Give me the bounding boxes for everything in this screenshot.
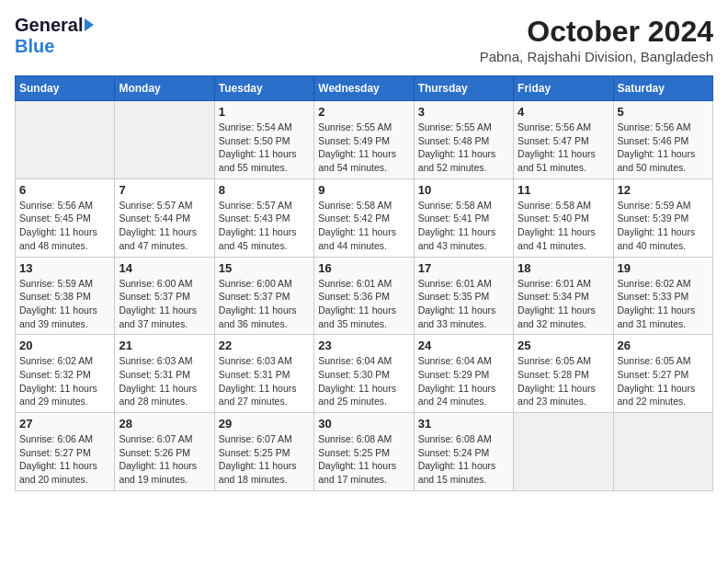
day-number: 9 (318, 183, 409, 197)
calendar-cell: 18Sunrise: 6:01 AMSunset: 5:34 PMDayligh… (514, 257, 613, 335)
day-number: 12 (618, 183, 709, 197)
calendar-cell: 20Sunrise: 6:02 AMSunset: 5:32 PMDayligh… (16, 335, 115, 413)
day-number: 28 (119, 417, 210, 431)
calendar-table: SundayMondayTuesdayWednesdayThursdayFrid… (15, 75, 713, 491)
day-info: Sunrise: 6:05 AMSunset: 5:27 PMDaylight:… (618, 354, 709, 408)
day-number: 27 (19, 417, 110, 431)
day-number: 6 (19, 183, 110, 197)
day-info: Sunrise: 5:55 AMSunset: 5:49 PMDaylight:… (318, 121, 409, 175)
calendar-cell (115, 101, 214, 179)
day-number: 14 (119, 261, 210, 275)
day-number: 17 (418, 261, 509, 275)
day-number: 11 (518, 183, 609, 197)
calendar-week-row: 1Sunrise: 5:54 AMSunset: 5:50 PMDaylight… (16, 101, 713, 179)
day-number: 18 (518, 261, 609, 275)
day-number: 19 (618, 261, 709, 275)
day-number: 26 (618, 339, 709, 352)
day-info: Sunrise: 6:05 AMSunset: 5:28 PMDaylight:… (518, 354, 609, 408)
day-info: Sunrise: 5:55 AMSunset: 5:48 PMDaylight:… (418, 121, 509, 175)
calendar-cell: 1Sunrise: 5:54 AMSunset: 5:50 PMDaylight… (214, 101, 313, 179)
day-info: Sunrise: 6:07 AMSunset: 5:25 PMDaylight:… (219, 432, 310, 487)
calendar-cell (16, 101, 115, 179)
calendar-cell: 8Sunrise: 5:57 AMSunset: 5:43 PMDaylight… (214, 178, 313, 257)
calendar-week-row: 27Sunrise: 6:06 AMSunset: 5:27 PMDayligh… (16, 413, 713, 491)
calendar-header-saturday: Saturday (613, 76, 712, 101)
day-info: Sunrise: 6:04 AMSunset: 5:30 PMDaylight:… (318, 354, 409, 408)
day-info: Sunrise: 5:58 AMSunset: 5:40 PMDaylight:… (518, 199, 609, 253)
calendar-cell: 4Sunrise: 5:56 AMSunset: 5:47 PMDaylight… (514, 101, 613, 179)
calendar-cell (514, 413, 613, 491)
calendar-cell: 19Sunrise: 6:02 AMSunset: 5:33 PMDayligh… (613, 257, 712, 335)
day-number: 31 (418, 417, 509, 431)
calendar-cell: 15Sunrise: 6:00 AMSunset: 5:37 PMDayligh… (214, 257, 313, 335)
calendar-cell: 31Sunrise: 6:08 AMSunset: 5:24 PMDayligh… (414, 413, 513, 491)
day-info: Sunrise: 5:57 AMSunset: 5:43 PMDaylight:… (219, 199, 310, 253)
calendar-header-monday: Monday (115, 76, 214, 101)
calendar-cell: 9Sunrise: 5:58 AMSunset: 5:42 PMDaylight… (314, 178, 414, 257)
day-info: Sunrise: 6:03 AMSunset: 5:31 PMDaylight:… (119, 354, 210, 408)
calendar-header-wednesday: Wednesday (314, 76, 414, 101)
day-info: Sunrise: 6:01 AMSunset: 5:35 PMDaylight:… (418, 277, 509, 331)
day-number: 20 (19, 339, 110, 352)
logo-triangle-icon (85, 18, 94, 31)
calendar-header-thursday: Thursday (414, 76, 513, 101)
day-number: 25 (518, 339, 609, 352)
calendar-cell: 24Sunrise: 6:04 AMSunset: 5:29 PMDayligh… (414, 335, 513, 413)
title-block: October 2024 Pabna, Rajshahi Division, B… (480, 15, 713, 64)
day-info: Sunrise: 6:02 AMSunset: 5:32 PMDaylight:… (19, 354, 110, 408)
logo-general: General (15, 15, 83, 36)
day-info: Sunrise: 6:01 AMSunset: 5:36 PMDaylight:… (318, 277, 409, 331)
calendar-cell: 28Sunrise: 6:07 AMSunset: 5:26 PMDayligh… (115, 413, 214, 491)
calendar-cell: 22Sunrise: 6:03 AMSunset: 5:31 PMDayligh… (214, 335, 313, 413)
day-info: Sunrise: 6:06 AMSunset: 5:27 PMDaylight:… (19, 432, 110, 487)
day-info: Sunrise: 6:03 AMSunset: 5:31 PMDaylight:… (219, 354, 310, 408)
day-info: Sunrise: 6:00 AMSunset: 5:37 PMDaylight:… (219, 277, 310, 331)
day-number: 29 (219, 417, 310, 431)
calendar-cell (613, 413, 712, 491)
day-number: 7 (119, 183, 210, 197)
day-number: 5 (618, 105, 709, 119)
day-info: Sunrise: 5:56 AMSunset: 5:45 PMDaylight:… (19, 199, 110, 253)
location-title: Pabna, Rajshahi Division, Bangladesh (480, 49, 713, 64)
day-number: 13 (19, 261, 110, 275)
day-info: Sunrise: 5:57 AMSunset: 5:44 PMDaylight:… (119, 199, 210, 253)
day-info: Sunrise: 6:00 AMSunset: 5:37 PMDaylight:… (119, 277, 210, 331)
calendar-cell: 25Sunrise: 6:05 AMSunset: 5:28 PMDayligh… (514, 335, 613, 413)
day-number: 4 (518, 105, 609, 119)
day-number: 22 (219, 339, 310, 352)
page-header: General Blue October 2024 Pabna, Rajshah… (15, 15, 713, 64)
day-info: Sunrise: 5:58 AMSunset: 5:41 PMDaylight:… (418, 199, 509, 253)
day-info: Sunrise: 6:02 AMSunset: 5:33 PMDaylight:… (618, 277, 709, 331)
day-info: Sunrise: 5:56 AMSunset: 5:47 PMDaylight:… (518, 121, 609, 175)
day-number: 16 (318, 261, 409, 275)
calendar-cell: 2Sunrise: 5:55 AMSunset: 5:49 PMDaylight… (314, 101, 414, 179)
day-number: 10 (418, 183, 509, 197)
calendar-cell: 17Sunrise: 6:01 AMSunset: 5:35 PMDayligh… (414, 257, 513, 335)
calendar-week-row: 20Sunrise: 6:02 AMSunset: 5:32 PMDayligh… (16, 335, 713, 413)
calendar-cell: 7Sunrise: 5:57 AMSunset: 5:44 PMDaylight… (115, 178, 214, 257)
day-info: Sunrise: 5:56 AMSunset: 5:46 PMDaylight:… (618, 121, 709, 175)
day-info: Sunrise: 5:59 AMSunset: 5:39 PMDaylight:… (618, 199, 709, 253)
calendar-cell: 30Sunrise: 6:08 AMSunset: 5:25 PMDayligh… (314, 413, 414, 491)
day-number: 8 (219, 183, 310, 197)
month-title: October 2024 (480, 15, 713, 49)
calendar-cell: 13Sunrise: 5:59 AMSunset: 5:38 PMDayligh… (16, 257, 115, 335)
calendar-cell: 27Sunrise: 6:06 AMSunset: 5:27 PMDayligh… (16, 413, 115, 491)
logo-blue: Blue (15, 36, 54, 57)
day-number: 1 (219, 105, 310, 119)
logo: General Blue (15, 15, 94, 57)
calendar-week-row: 6Sunrise: 5:56 AMSunset: 5:45 PMDaylight… (16, 178, 713, 257)
day-info: Sunrise: 6:08 AMSunset: 5:25 PMDaylight:… (318, 432, 409, 487)
calendar-cell: 3Sunrise: 5:55 AMSunset: 5:48 PMDaylight… (414, 101, 513, 179)
day-info: Sunrise: 5:59 AMSunset: 5:38 PMDaylight:… (19, 277, 110, 331)
day-number: 24 (418, 339, 509, 352)
day-number: 2 (318, 105, 409, 119)
day-info: Sunrise: 5:58 AMSunset: 5:42 PMDaylight:… (318, 199, 409, 253)
calendar-cell: 26Sunrise: 6:05 AMSunset: 5:27 PMDayligh… (613, 335, 712, 413)
day-number: 30 (318, 417, 409, 431)
day-info: Sunrise: 6:08 AMSunset: 5:24 PMDaylight:… (418, 432, 509, 487)
day-info: Sunrise: 6:04 AMSunset: 5:29 PMDaylight:… (418, 354, 509, 408)
calendar-cell: 11Sunrise: 5:58 AMSunset: 5:40 PMDayligh… (514, 178, 613, 257)
day-number: 21 (119, 339, 210, 352)
day-number: 23 (318, 339, 409, 352)
